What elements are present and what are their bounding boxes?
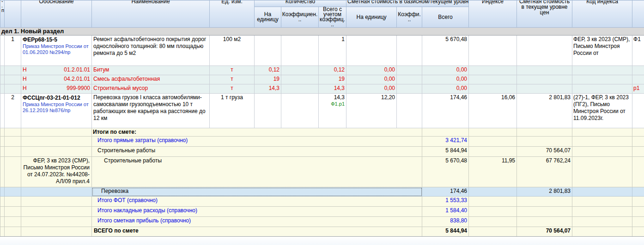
cell-qty-total[interactable]: 14,3 bbox=[319, 84, 346, 94]
cell-npp[interactable] bbox=[0, 147, 5, 157]
cell-index[interactable] bbox=[469, 84, 517, 94]
cell-qty-coefficient[interactable] bbox=[281, 84, 319, 94]
cell-index-code[interactable] bbox=[572, 66, 632, 75]
cell-justification[interactable]: Н 01.2.01.01 bbox=[21, 66, 92, 75]
cell-justification[interactable]: ФССЦпг-03-21-01-012 Приказ Минстроя Росс… bbox=[21, 94, 92, 128]
cell-cost-current[interactable] bbox=[517, 84, 572, 94]
cell-num[interactable]: 1 bbox=[5, 36, 21, 66]
cell-cost-coefficient[interactable] bbox=[397, 94, 422, 128]
cell-index-code[interactable] bbox=[572, 128, 632, 137]
cell-npp[interactable] bbox=[0, 84, 5, 94]
cell-index[interactable] bbox=[469, 75, 517, 84]
cell-flag[interactable] bbox=[632, 187, 644, 197]
cell-cost-coefficient[interactable] bbox=[397, 66, 422, 75]
cell-num[interactable] bbox=[5, 207, 21, 217]
cell-index-code[interactable] bbox=[572, 187, 632, 197]
totals-current-value[interactable]: 2 801,83 bbox=[517, 187, 572, 197]
cell-npp[interactable] bbox=[0, 75, 5, 84]
cell-flag[interactable] bbox=[632, 227, 644, 237]
cell-unit[interactable]: 100 м2 bbox=[210, 36, 255, 66]
totals-label[interactable]: Итого сметная прибыль (справочно) bbox=[92, 217, 422, 227]
totals-label[interactable]: Итого прямые затраты (справочно) bbox=[92, 137, 422, 147]
cell-cost-per-unit[interactable]: 0,00 bbox=[346, 66, 397, 75]
cell-qty-per-unit[interactable] bbox=[255, 36, 281, 66]
col-header-qty-total[interactable]: Всего с учетом коэффиц... bbox=[319, 7, 346, 28]
cell-qty-per-unit[interactable]: 19 bbox=[255, 75, 281, 84]
cell-flag[interactable] bbox=[632, 217, 644, 227]
col-header-index[interactable]: Индексе bbox=[469, 0, 517, 28]
totals-index-value[interactable]: 11,95 bbox=[469, 157, 517, 187]
cell-npp[interactable] bbox=[0, 157, 5, 187]
cell-index[interactable] bbox=[469, 147, 517, 157]
totals-value[interactable]: 1 584,40 bbox=[422, 207, 469, 217]
cell-justification[interactable] bbox=[21, 147, 92, 157]
col-header-index-code[interactable]: Код индекса bbox=[572, 0, 632, 28]
cell-index-code[interactable] bbox=[572, 207, 632, 217]
cell-cost-current[interactable] bbox=[517, 128, 572, 137]
item-order-link[interactable]: Приказ Минстроя России от 01.06.2020 №29… bbox=[23, 43, 90, 55]
cell-index-code[interactable] bbox=[572, 75, 632, 84]
totals-label[interactable]: Строительные работы bbox=[92, 147, 422, 157]
cell-cost-current[interactable]: 2 801,83 bbox=[517, 94, 572, 128]
cell-npp[interactable] bbox=[0, 187, 5, 197]
cell-index[interactable]: 16,06 bbox=[469, 94, 517, 128]
cell-num[interactable] bbox=[5, 157, 21, 187]
col-header-quantity-group[interactable]: Количество bbox=[255, 0, 346, 7]
cell-num[interactable] bbox=[5, 147, 21, 157]
cell-index-code[interactable]: ФЕР, 3 кв 2023 (СМР), Письмо Минстроя Ро… bbox=[572, 36, 632, 66]
cell-npp[interactable] bbox=[0, 94, 5, 128]
cell-justification[interactable] bbox=[21, 217, 92, 227]
cell-num[interactable] bbox=[5, 84, 21, 94]
cell-cost-total[interactable]: 5 670,48 bbox=[422, 36, 469, 66]
cell-justification[interactable] bbox=[21, 128, 92, 137]
cell-flag[interactable] bbox=[632, 137, 644, 147]
col-header-name[interactable]: Наименование bbox=[92, 0, 210, 28]
cell-unit[interactable]: т bbox=[210, 84, 255, 94]
grand-total-current-value[interactable]: 70 564,07 bbox=[517, 227, 572, 237]
totals-value[interactable]: 174,46 bbox=[422, 187, 469, 197]
cell-qty-total[interactable]: 0,12 bbox=[319, 66, 346, 75]
cell-flag[interactable]: р1 bbox=[632, 84, 644, 94]
col-header-unit[interactable]: Ед. изм. bbox=[210, 0, 255, 28]
section-title[interactable]: дел 1. Новый раздел bbox=[0, 28, 644, 36]
cell-cost-current[interactable] bbox=[517, 36, 572, 66]
col-header-cost-coefficient[interactable]: Коэффи... bbox=[397, 7, 422, 28]
cell-index[interactable] bbox=[469, 187, 517, 197]
cell-qty-coefficient[interactable] bbox=[281, 94, 319, 128]
cell-index[interactable] bbox=[469, 36, 517, 66]
cell-qty-coefficient[interactable] bbox=[281, 66, 319, 75]
col-header-qty-coefficient[interactable]: Коэффициен... bbox=[281, 7, 319, 28]
cell-justification[interactable]: Н 999-9900 bbox=[21, 84, 92, 94]
totals-label[interactable]: Итого накладные расходы (справочно) bbox=[92, 207, 422, 217]
col-header-cost-total[interactable]: Всего bbox=[422, 7, 469, 28]
totals-value[interactable]: 3 421,74 bbox=[422, 137, 469, 147]
cell-index[interactable] bbox=[469, 128, 517, 137]
cell-num[interactable] bbox=[5, 217, 21, 227]
totals-value[interactable]: 5 670,48 bbox=[422, 157, 469, 187]
cell-index-code[interactable] bbox=[572, 137, 632, 147]
cell-flag[interactable] bbox=[632, 207, 644, 217]
cell-qty-total[interactable]: 1 bbox=[319, 36, 346, 66]
cell-name[interactable]: Битум bbox=[92, 66, 210, 75]
cell-index-code[interactable] bbox=[572, 147, 632, 157]
cell-qty-per-unit[interactable]: 14,3 bbox=[255, 84, 281, 94]
cell-index[interactable] bbox=[469, 227, 517, 237]
cell-npp[interactable] bbox=[0, 128, 5, 137]
totals-current-value[interactable]: 70 564,07 bbox=[517, 147, 572, 157]
cell-qty-coefficient[interactable] bbox=[281, 75, 319, 84]
cell-flag[interactable] bbox=[632, 128, 644, 137]
cell-index[interactable] bbox=[469, 66, 517, 75]
cell-flag[interactable] bbox=[632, 75, 644, 84]
cell-index-code[interactable]: (27)-1, ФЕР, 3 кв 2023 (ПГ2), Письмо Мин… bbox=[572, 94, 632, 128]
section-row[interactable]: дел 1. Новый раздел bbox=[0, 28, 644, 36]
cell-num[interactable] bbox=[5, 66, 21, 75]
cell-qty-per-unit[interactable] bbox=[255, 94, 281, 128]
col-header-num[interactable] bbox=[5, 0, 21, 28]
cell-index-code[interactable] bbox=[572, 217, 632, 227]
totals-value[interactable]: 5 844,94 bbox=[422, 147, 469, 157]
cell-cost-total[interactable] bbox=[422, 128, 469, 137]
cell-flag[interactable]: Ф1 bbox=[632, 36, 644, 66]
col-header-qty-per-unit[interactable]: На единицу bbox=[255, 7, 281, 28]
totals-label[interactable]: Итоги по смете: bbox=[92, 128, 422, 137]
cell-npp[interactable] bbox=[0, 66, 5, 75]
